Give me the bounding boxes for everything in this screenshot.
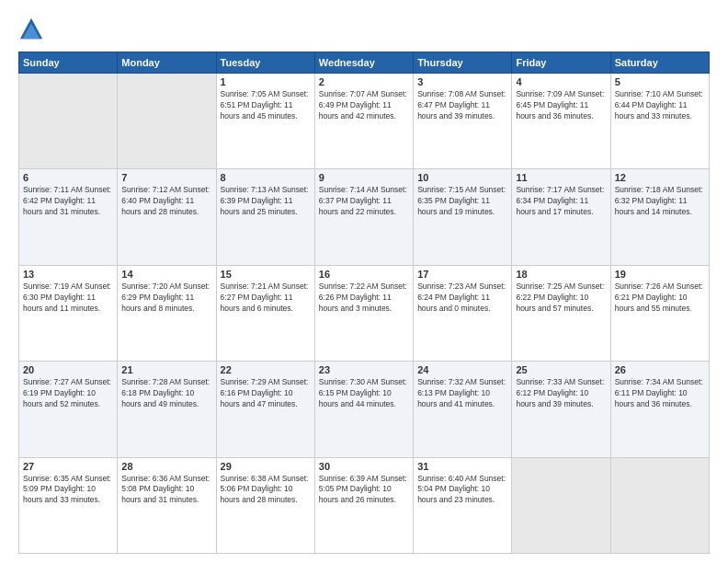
logo-icon	[18, 17, 44, 42]
calendar-cell: 10Sunrise: 7:15 AM Sunset: 6:35 PM Dayli…	[414, 169, 512, 265]
day-number: 23	[319, 364, 409, 375]
calendar-cell: 29Sunrise: 6:38 AM Sunset: 5:06 PM Dayli…	[216, 457, 314, 553]
calendar-table: SundayMondayTuesdayWednesdayThursdayFrid…	[18, 52, 710, 554]
calendar-cell: 18Sunrise: 7:25 AM Sunset: 6:22 PM Dayli…	[512, 265, 610, 361]
day-info: Sunrise: 7:23 AM Sunset: 6:24 PM Dayligh…	[417, 282, 507, 315]
day-number: 20	[23, 364, 113, 375]
calendar-cell: 21Sunrise: 7:28 AM Sunset: 6:18 PM Dayli…	[118, 362, 216, 457]
day-header-wednesday: Wednesday	[314, 52, 413, 74]
day-number: 22	[221, 364, 311, 375]
day-info: Sunrise: 7:28 AM Sunset: 6:18 PM Dayligh…	[121, 377, 211, 410]
day-info: Sunrise: 7:05 AM Sunset: 6:51 PM Dayligh…	[221, 89, 311, 122]
calendar-cell: 27Sunrise: 6:35 AM Sunset: 5:09 PM Dayli…	[19, 457, 118, 553]
calendar-week-2: 6Sunrise: 7:11 AM Sunset: 6:42 PM Daylig…	[19, 169, 710, 265]
calendar-cell: 25Sunrise: 7:33 AM Sunset: 6:12 PM Dayli…	[512, 362, 610, 457]
day-header-sunday: Sunday	[19, 52, 118, 74]
calendar-cell: 2Sunrise: 7:07 AM Sunset: 6:49 PM Daylig…	[314, 74, 413, 169]
calendar-cell: 11Sunrise: 7:17 AM Sunset: 6:34 PM Dayli…	[512, 169, 610, 265]
day-info: Sunrise: 6:40 AM Sunset: 5:04 PM Dayligh…	[417, 474, 507, 507]
calendar-cell: 8Sunrise: 7:13 AM Sunset: 6:39 PM Daylig…	[216, 169, 314, 265]
day-info: Sunrise: 7:07 AM Sunset: 6:49 PM Dayligh…	[319, 89, 409, 122]
calendar-cell: 16Sunrise: 7:22 AM Sunset: 6:26 PM Dayli…	[314, 265, 413, 361]
day-header-friday: Friday	[512, 52, 610, 74]
day-number: 2	[319, 76, 409, 87]
day-info: Sunrise: 7:21 AM Sunset: 6:27 PM Dayligh…	[221, 282, 311, 315]
calendar-week-4: 20Sunrise: 7:27 AM Sunset: 6:19 PM Dayli…	[19, 362, 710, 457]
calendar-cell: 26Sunrise: 7:34 AM Sunset: 6:11 PM Dayli…	[610, 362, 709, 457]
calendar-header-row: SundayMondayTuesdayWednesdayThursdayFrid…	[19, 52, 710, 74]
day-info: Sunrise: 6:35 AM Sunset: 5:09 PM Dayligh…	[23, 474, 113, 507]
day-number: 6	[23, 172, 113, 183]
day-number: 29	[221, 461, 311, 472]
day-info: Sunrise: 7:27 AM Sunset: 6:19 PM Dayligh…	[23, 377, 113, 410]
day-info: Sunrise: 7:26 AM Sunset: 6:21 PM Dayligh…	[615, 282, 705, 315]
calendar-cell	[610, 457, 709, 553]
calendar-cell: 17Sunrise: 7:23 AM Sunset: 6:24 PM Dayli…	[414, 265, 512, 361]
day-number: 30	[319, 461, 409, 472]
day-info: Sunrise: 7:18 AM Sunset: 6:32 PM Dayligh…	[615, 185, 705, 218]
day-number: 24	[417, 364, 507, 375]
calendar-cell: 20Sunrise: 7:27 AM Sunset: 6:19 PM Dayli…	[19, 362, 118, 457]
calendar-cell: 24Sunrise: 7:32 AM Sunset: 6:13 PM Dayli…	[414, 362, 512, 457]
calendar-cell: 28Sunrise: 6:36 AM Sunset: 5:08 PM Dayli…	[118, 457, 216, 553]
day-number: 11	[516, 172, 606, 183]
calendar-cell: 7Sunrise: 7:12 AM Sunset: 6:40 PM Daylig…	[118, 169, 216, 265]
day-info: Sunrise: 7:19 AM Sunset: 6:30 PM Dayligh…	[23, 282, 113, 315]
day-header-thursday: Thursday	[414, 52, 512, 74]
calendar-cell: 13Sunrise: 7:19 AM Sunset: 6:30 PM Dayli…	[19, 265, 118, 361]
day-number: 12	[615, 172, 705, 183]
day-info: Sunrise: 7:25 AM Sunset: 6:22 PM Dayligh…	[516, 282, 606, 315]
calendar-cell: 4Sunrise: 7:09 AM Sunset: 6:45 PM Daylig…	[512, 74, 610, 169]
calendar-cell	[19, 74, 118, 169]
day-number: 3	[417, 76, 507, 87]
day-info: Sunrise: 7:30 AM Sunset: 6:15 PM Dayligh…	[319, 377, 409, 410]
day-number: 17	[417, 269, 507, 280]
calendar-week-3: 13Sunrise: 7:19 AM Sunset: 6:30 PM Dayli…	[19, 265, 710, 361]
day-info: Sunrise: 7:34 AM Sunset: 6:11 PM Dayligh…	[615, 377, 705, 410]
day-info: Sunrise: 7:13 AM Sunset: 6:39 PM Dayligh…	[221, 185, 311, 218]
day-number: 8	[221, 172, 311, 183]
day-info: Sunrise: 7:11 AM Sunset: 6:42 PM Dayligh…	[23, 185, 113, 218]
calendar-cell	[512, 457, 610, 553]
day-header-saturday: Saturday	[610, 52, 709, 74]
day-number: 7	[121, 172, 211, 183]
calendar-cell: 31Sunrise: 6:40 AM Sunset: 5:04 PM Dayli…	[414, 457, 512, 553]
day-info: Sunrise: 7:14 AM Sunset: 6:37 PM Dayligh…	[319, 185, 409, 218]
calendar-cell: 30Sunrise: 6:39 AM Sunset: 5:05 PM Dayli…	[314, 457, 413, 553]
day-info: Sunrise: 7:33 AM Sunset: 6:12 PM Dayligh…	[516, 377, 606, 410]
calendar-cell: 22Sunrise: 7:29 AM Sunset: 6:16 PM Dayli…	[216, 362, 314, 457]
day-number: 18	[516, 269, 606, 280]
day-info: Sunrise: 7:08 AM Sunset: 6:47 PM Dayligh…	[417, 89, 507, 122]
day-info: Sunrise: 6:38 AM Sunset: 5:06 PM Dayligh…	[221, 474, 311, 507]
calendar-cell: 9Sunrise: 7:14 AM Sunset: 6:37 PM Daylig…	[314, 169, 413, 265]
day-number: 25	[516, 364, 606, 375]
calendar-cell: 15Sunrise: 7:21 AM Sunset: 6:27 PM Dayli…	[216, 265, 314, 361]
header	[18, 17, 710, 42]
calendar-week-5: 27Sunrise: 6:35 AM Sunset: 5:09 PM Dayli…	[19, 457, 710, 553]
day-number: 14	[121, 269, 211, 280]
day-info: Sunrise: 7:09 AM Sunset: 6:45 PM Dayligh…	[516, 89, 606, 122]
day-info: Sunrise: 7:17 AM Sunset: 6:34 PM Dayligh…	[516, 185, 606, 218]
calendar-cell	[118, 74, 216, 169]
day-info: Sunrise: 7:32 AM Sunset: 6:13 PM Dayligh…	[417, 377, 507, 410]
calendar-cell: 14Sunrise: 7:20 AM Sunset: 6:29 PM Dayli…	[118, 265, 216, 361]
day-number: 26	[615, 364, 705, 375]
day-info: Sunrise: 7:12 AM Sunset: 6:40 PM Dayligh…	[121, 185, 211, 218]
day-number: 10	[417, 172, 507, 183]
day-number: 9	[319, 172, 409, 183]
calendar-cell: 19Sunrise: 7:26 AM Sunset: 6:21 PM Dayli…	[610, 265, 709, 361]
day-number: 5	[615, 76, 705, 87]
day-header-monday: Monday	[118, 52, 216, 74]
day-info: Sunrise: 7:15 AM Sunset: 6:35 PM Dayligh…	[417, 185, 507, 218]
day-number: 15	[221, 269, 311, 280]
day-number: 1	[221, 76, 311, 87]
calendar-cell: 6Sunrise: 7:11 AM Sunset: 6:42 PM Daylig…	[19, 169, 118, 265]
day-number: 28	[121, 461, 211, 472]
day-info: Sunrise: 7:10 AM Sunset: 6:44 PM Dayligh…	[615, 89, 705, 122]
page: SundayMondayTuesdayWednesdayThursdayFrid…	[0, 0, 728, 563]
day-info: Sunrise: 7:29 AM Sunset: 6:16 PM Dayligh…	[221, 377, 311, 410]
calendar-cell: 5Sunrise: 7:10 AM Sunset: 6:44 PM Daylig…	[610, 74, 709, 169]
day-info: Sunrise: 7:22 AM Sunset: 6:26 PM Dayligh…	[319, 282, 409, 315]
day-number: 16	[319, 269, 409, 280]
day-number: 21	[121, 364, 211, 375]
